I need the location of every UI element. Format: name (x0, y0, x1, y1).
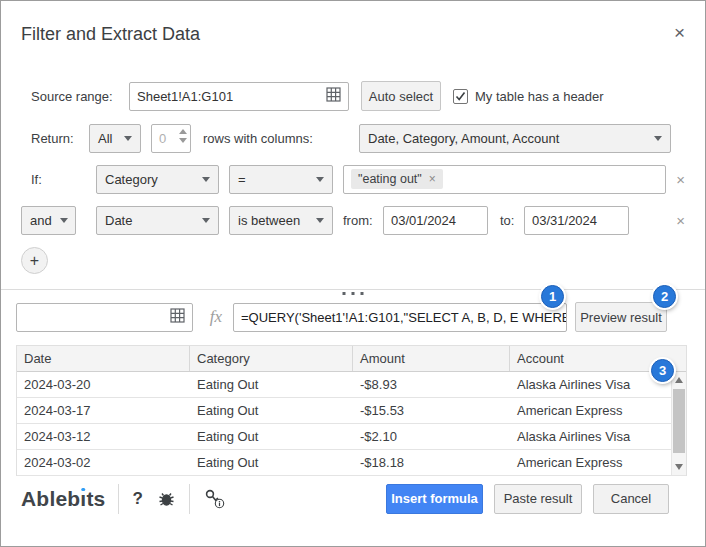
date-to-input[interactable]: 03/31/2024 (524, 206, 629, 235)
chip-text: "eating out" (358, 172, 422, 186)
condition1-operator-select[interactable]: = (229, 165, 333, 194)
license-key-icon[interactable] (203, 488, 227, 509)
formula-input[interactable]: =QUERY('Sheet1'!A1:G101,"SELECT A, B, D,… (233, 303, 567, 332)
table-row: 2024-03-12 Eating Out -$2.10 Alaska Airl… (17, 424, 686, 450)
paste-result-button[interactable]: Paste result (494, 484, 582, 514)
footer-separator (118, 484, 119, 514)
target-cell-input[interactable] (16, 303, 193, 332)
condition1-field-select[interactable]: Category (96, 165, 219, 194)
stepper-down-icon[interactable] (179, 138, 187, 143)
add-condition-button[interactable]: + (21, 247, 48, 274)
cell-amount: -$8.93 (353, 372, 510, 397)
return-label: Return: (31, 131, 89, 146)
chevron-down-icon (60, 218, 68, 223)
preview-result-button[interactable]: Preview result (575, 302, 667, 332)
source-range-input[interactable]: Sheet1!A1:G101 (129, 82, 349, 111)
dialog-title: Filter and Extract Data (21, 24, 200, 45)
table-row: 2024-03-17 Eating Out -$15.53 American E… (17, 398, 686, 424)
callout-badge-2: 2 (653, 285, 676, 308)
report-bug-icon[interactable] (157, 489, 176, 508)
cell-date: 2024-03-17 (17, 398, 190, 423)
chevron-down-icon (124, 136, 132, 141)
condition1-remove-icon[interactable]: × (676, 172, 685, 187)
range-picker-icon[interactable] (170, 308, 185, 326)
date-from-value: 03/01/2024 (391, 213, 456, 228)
table-row: 2024-03-02 Eating Out -$18.18 American E… (17, 450, 686, 476)
condition2-operator-value: is between (238, 213, 300, 228)
logo-text: Ableb (21, 487, 80, 510)
if-label: If: (31, 172, 96, 187)
row-count-stepper[interactable]: 0 (151, 124, 191, 153)
auto-select-button[interactable]: Auto select (361, 81, 441, 111)
return-mode-select[interactable]: All (89, 124, 141, 153)
stepper-up-icon[interactable] (179, 129, 187, 134)
table-has-header-checkbox[interactable]: My table has a header (453, 89, 604, 104)
return-mode-value: All (98, 131, 112, 146)
rows-with-columns-label: rows with columns: (203, 131, 315, 146)
to-label: to: (500, 213, 524, 228)
chevron-down-icon (316, 218, 324, 223)
formula-text: =QUERY('Sheet1'!A1:G101,"SELECT A, B, D,… (241, 310, 567, 325)
help-icon[interactable]: ? (132, 489, 142, 509)
range-picker-icon[interactable] (326, 87, 341, 105)
condition2-remove-icon[interactable]: × (676, 213, 685, 228)
table-scrollbar[interactable] (671, 372, 686, 475)
dialog-footer: Ablebıts ? Insert formula Paste result C… (21, 483, 669, 514)
column-header-amount: Amount (353, 346, 510, 371)
callout-badge-1: 1 (541, 285, 564, 308)
cell-date: 2024-03-12 (17, 424, 190, 449)
splitter-drag-handle[interactable] (343, 292, 364, 295)
chevron-down-icon (316, 177, 324, 182)
table-has-header-label: My table has a header (475, 89, 604, 104)
cell-date: 2024-03-20 (17, 372, 190, 397)
cell-category: Eating Out (190, 398, 353, 423)
cell-category: Eating Out (190, 424, 353, 449)
checkbox-checked-icon[interactable] (453, 89, 468, 104)
insert-formula-button[interactable]: Insert formula (386, 484, 483, 514)
condition1-field-value: Category (105, 172, 158, 187)
ablebits-logo: Ablebıts (21, 487, 105, 511)
chevron-down-icon (654, 136, 662, 141)
footer-separator (189, 484, 190, 514)
condition2-field-value: Date (105, 213, 132, 228)
chip-remove-icon[interactable]: × (429, 172, 436, 186)
date-from-input[interactable]: 03/01/2024 (383, 206, 488, 235)
table-row: 2024-03-20 Eating Out -$8.93 Alaska Airl… (17, 372, 686, 398)
cell-amount: -$2.10 (353, 424, 510, 449)
cell-amount: -$15.53 (353, 398, 510, 423)
date-to-value: 03/31/2024 (532, 213, 597, 228)
scroll-up-icon[interactable] (675, 377, 683, 383)
condition1-value-input[interactable]: "eating out" × (343, 165, 666, 194)
condition2-field-select[interactable]: Date (96, 206, 219, 235)
scrollbar-thumb[interactable] (673, 389, 685, 453)
logo-i-dot: ı (80, 487, 86, 511)
cell-date: 2024-03-02 (17, 450, 190, 475)
logo-text: ts (86, 487, 105, 510)
table-header-row: Date Category Amount Account (17, 346, 686, 372)
return-columns-select[interactable]: Date, Category, Amount, Account (359, 124, 671, 153)
chevron-down-icon (202, 218, 210, 223)
cell-account: American Express (510, 450, 686, 475)
cell-amount: -$18.18 (353, 450, 510, 475)
cell-category: Eating Out (190, 450, 353, 475)
condition2-logic-select[interactable]: and (21, 206, 76, 235)
cell-account: American Express (510, 398, 686, 423)
cell-account: Alaska Airlines Visa (510, 424, 686, 449)
close-icon[interactable]: × (674, 23, 685, 42)
filter-extract-dialog: Filter and Extract Data × Source range: … (0, 0, 706, 547)
chevron-down-icon (202, 177, 210, 182)
cell-category: Eating Out (190, 372, 353, 397)
row-count-value: 0 (159, 131, 166, 146)
return-columns-value: Date, Category, Amount, Account (368, 131, 559, 146)
stepper-arrows[interactable] (179, 129, 187, 143)
callout-badge-3: 3 (651, 359, 674, 382)
source-range-label: Source range: (31, 89, 129, 104)
splitter-divider (1, 289, 705, 290)
condition2-operator-select[interactable]: is between (229, 206, 333, 235)
from-label: from: (343, 213, 383, 228)
scroll-down-icon[interactable] (675, 464, 683, 470)
fx-icon: fx (206, 307, 226, 327)
condition2-logic-value: and (30, 213, 52, 228)
column-header-date: Date (17, 346, 190, 371)
cancel-button[interactable]: Cancel (593, 484, 669, 514)
